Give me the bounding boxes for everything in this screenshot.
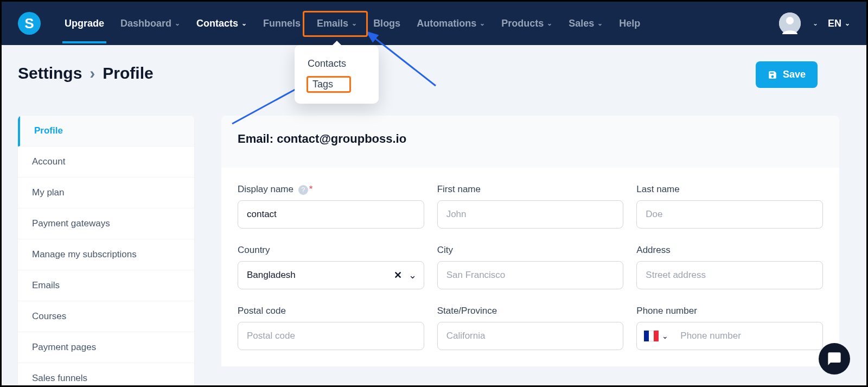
address-label: Address — [636, 245, 823, 256]
nav-funnels[interactable]: Funnels — [261, 4, 303, 43]
nav-products[interactable]: Products⌄ — [499, 4, 554, 43]
sidebar-item-emails[interactable]: Emails — [18, 270, 194, 301]
chevron-down-icon: ⌄ — [352, 20, 357, 27]
logo-letter: S — [24, 15, 34, 32]
display-name-input[interactable] — [238, 200, 424, 229]
required-asterisk: * — [309, 184, 313, 194]
app-logo[interactable]: S — [18, 12, 41, 35]
last-name-label: Last name — [636, 184, 823, 195]
avatar-icon — [779, 12, 801, 34]
chevron-down-icon: ⌄ — [845, 20, 850, 27]
state-label: State/Province — [437, 306, 624, 316]
state-input[interactable] — [437, 322, 624, 350]
sidebar-item-payment-pages[interactable]: Payment pages — [18, 332, 194, 363]
nav-help[interactable]: Help — [617, 4, 642, 43]
language-label: EN — [828, 18, 841, 29]
address-input[interactable] — [636, 261, 823, 289]
sidebar-item-profile[interactable]: Profile — [18, 116, 194, 147]
sidebar-item-manage-subscriptions[interactable]: Manage my subscriptions — [18, 239, 194, 270]
nav-contacts[interactable]: Contacts⌄ — [194, 4, 249, 43]
sidebar-item-sales-funnels[interactable]: Sales funnels — [18, 363, 194, 385]
chat-icon — [827, 351, 842, 366]
chevron-down-icon: ⌄ — [241, 20, 247, 27]
nav-blogs[interactable]: Blogs — [371, 4, 403, 43]
annotation-highlight-tags: Tags — [307, 76, 351, 93]
top-navbar: S Upgrade Dashboard⌄ Contacts⌄ Funnels E… — [2, 2, 866, 45]
nav-sales[interactable]: Sales⌄ — [566, 4, 605, 43]
nav-label: Dashboard — [120, 18, 171, 29]
nav-label: Contacts — [196, 18, 238, 29]
postal-code-label: Postal code — [238, 306, 424, 316]
email-value: contact@groupboss.io — [277, 132, 406, 145]
chevron-down-icon[interactable]: ⌄ — [813, 20, 818, 27]
chevron-down-icon[interactable]: ⌄ — [409, 269, 417, 281]
first-name-label: First name — [437, 184, 624, 195]
chevron-down-icon: ⌄ — [597, 20, 603, 27]
nav-label: Products — [501, 18, 544, 29]
nav-emails[interactable]: Emails⌄ — [315, 4, 359, 43]
nav-automations[interactable]: Automations⌄ — [414, 4, 487, 43]
nav-label: Sales — [569, 18, 594, 29]
contacts-dropdown: Contacts Tags — [295, 45, 379, 104]
nav-upgrade[interactable]: Upgrade — [62, 4, 106, 43]
first-name-input[interactable] — [437, 200, 624, 229]
language-selector[interactable]: EN⌄ — [828, 18, 850, 29]
dropdown-item-tags[interactable]: Tags — [312, 79, 333, 90]
help-icon[interactable]: ? — [298, 185, 308, 195]
clear-icon[interactable]: ✕ — [394, 269, 402, 281]
phone-country-selector[interactable]: ⌄ — [644, 331, 668, 341]
nav-dashboard[interactable]: Dashboard⌄ — [118, 4, 182, 43]
chevron-down-icon: ⌄ — [175, 20, 180, 27]
last-name-input[interactable] — [636, 200, 823, 229]
sidebar-item-payment-gateways[interactable]: Payment gateways — [18, 208, 194, 239]
settings-sidebar: Profile Account My plan Payment gateways… — [18, 116, 194, 385]
nav-label: Emails — [317, 18, 348, 29]
chevron-down-icon: ⌄ — [662, 332, 668, 340]
phone-label: Phone number — [636, 306, 823, 316]
email-label: Email: — [238, 132, 273, 145]
nav-label: Automations — [417, 18, 476, 29]
country-label: Country — [238, 245, 424, 256]
chat-button[interactable] — [819, 343, 850, 375]
postal-code-input[interactable] — [238, 322, 424, 350]
sidebar-item-my-plan[interactable]: My plan — [18, 177, 194, 208]
chevron-down-icon: ⌄ — [547, 20, 552, 27]
dropdown-item-contacts[interactable]: Contacts — [307, 55, 367, 73]
city-input[interactable] — [437, 261, 624, 289]
sidebar-item-courses[interactable]: Courses — [18, 301, 194, 332]
chevron-down-icon: ⌄ — [480, 20, 485, 27]
flag-france-icon — [644, 331, 659, 341]
display-name-label: Display name ?* — [238, 184, 424, 195]
profile-form: Email: contact@groupboss.io Display name… — [221, 116, 839, 385]
city-label: City — [437, 245, 624, 256]
sidebar-item-account[interactable]: Account — [18, 147, 194, 177]
avatar-menu[interactable] — [777, 0, 803, 48]
svg-point-1 — [786, 17, 794, 24]
